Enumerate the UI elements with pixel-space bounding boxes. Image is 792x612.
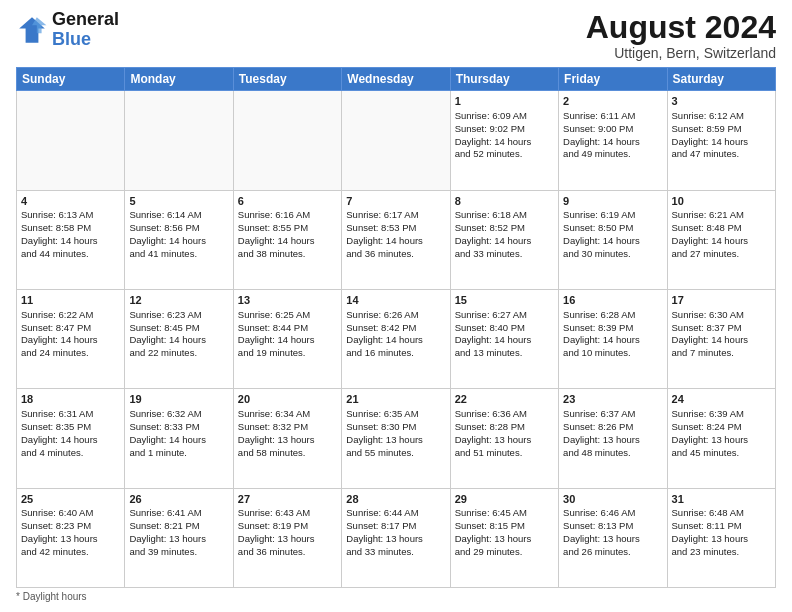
day-number: 28 (346, 492, 445, 507)
day-number: 27 (238, 492, 337, 507)
calendar-day-cell: 3Sunrise: 6:12 AM Sunset: 8:59 PM Daylig… (667, 91, 775, 190)
day-info: Sunrise: 6:16 AM Sunset: 8:55 PM Dayligh… (238, 209, 337, 260)
calendar-day-cell: 4Sunrise: 6:13 AM Sunset: 8:58 PM Daylig… (17, 190, 125, 289)
calendar-day-header: Saturday (667, 68, 775, 91)
calendar-week-row: 4Sunrise: 6:13 AM Sunset: 8:58 PM Daylig… (17, 190, 776, 289)
calendar-day-cell (17, 91, 125, 190)
day-number: 10 (672, 194, 771, 209)
day-number: 2 (563, 94, 662, 109)
day-number: 6 (238, 194, 337, 209)
header: General Blue August 2024 Uttigen, Bern, … (16, 10, 776, 61)
day-number: 9 (563, 194, 662, 209)
calendar-week-row: 11Sunrise: 6:22 AM Sunset: 8:47 PM Dayli… (17, 289, 776, 388)
day-info: Sunrise: 6:13 AM Sunset: 8:58 PM Dayligh… (21, 209, 120, 260)
day-number: 21 (346, 392, 445, 407)
calendar-day-cell: 31Sunrise: 6:48 AM Sunset: 8:11 PM Dayli… (667, 488, 775, 587)
calendar-week-row: 25Sunrise: 6:40 AM Sunset: 8:23 PM Dayli… (17, 488, 776, 587)
legend-label: Daylight hours (23, 591, 87, 602)
calendar-day-cell: 16Sunrise: 6:28 AM Sunset: 8:39 PM Dayli… (559, 289, 667, 388)
logo-icon (16, 14, 48, 46)
calendar-day-header: Wednesday (342, 68, 450, 91)
day-number: 20 (238, 392, 337, 407)
day-info: Sunrise: 6:40 AM Sunset: 8:23 PM Dayligh… (21, 507, 120, 558)
day-info: Sunrise: 6:14 AM Sunset: 8:56 PM Dayligh… (129, 209, 228, 260)
day-number: 12 (129, 293, 228, 308)
calendar-day-cell (342, 91, 450, 190)
day-number: 8 (455, 194, 554, 209)
calendar-day-cell: 8Sunrise: 6:18 AM Sunset: 8:52 PM Daylig… (450, 190, 558, 289)
calendar-day-cell: 2Sunrise: 6:11 AM Sunset: 9:00 PM Daylig… (559, 91, 667, 190)
calendar-day-cell: 12Sunrise: 6:23 AM Sunset: 8:45 PM Dayli… (125, 289, 233, 388)
calendar-day-header: Friday (559, 68, 667, 91)
day-info: Sunrise: 6:25 AM Sunset: 8:44 PM Dayligh… (238, 309, 337, 360)
calendar-day-cell: 18Sunrise: 6:31 AM Sunset: 8:35 PM Dayli… (17, 389, 125, 488)
day-number: 17 (672, 293, 771, 308)
calendar-day-cell: 30Sunrise: 6:46 AM Sunset: 8:13 PM Dayli… (559, 488, 667, 587)
day-info: Sunrise: 6:17 AM Sunset: 8:53 PM Dayligh… (346, 209, 445, 260)
calendar-week-row: 18Sunrise: 6:31 AM Sunset: 8:35 PM Dayli… (17, 389, 776, 488)
day-info: Sunrise: 6:19 AM Sunset: 8:50 PM Dayligh… (563, 209, 662, 260)
day-info: Sunrise: 6:23 AM Sunset: 8:45 PM Dayligh… (129, 309, 228, 360)
day-number: 3 (672, 94, 771, 109)
calendar-day-cell: 7Sunrise: 6:17 AM Sunset: 8:53 PM Daylig… (342, 190, 450, 289)
day-info: Sunrise: 6:28 AM Sunset: 8:39 PM Dayligh… (563, 309, 662, 360)
day-number: 16 (563, 293, 662, 308)
calendar-day-header: Sunday (17, 68, 125, 91)
day-info: Sunrise: 6:34 AM Sunset: 8:32 PM Dayligh… (238, 408, 337, 459)
day-info: Sunrise: 6:18 AM Sunset: 8:52 PM Dayligh… (455, 209, 554, 260)
day-info: Sunrise: 6:46 AM Sunset: 8:13 PM Dayligh… (563, 507, 662, 558)
calendar-week-row: 1Sunrise: 6:09 AM Sunset: 9:02 PM Daylig… (17, 91, 776, 190)
day-number: 23 (563, 392, 662, 407)
day-info: Sunrise: 6:45 AM Sunset: 8:15 PM Dayligh… (455, 507, 554, 558)
day-number: 11 (21, 293, 120, 308)
day-info: Sunrise: 6:35 AM Sunset: 8:30 PM Dayligh… (346, 408, 445, 459)
day-info: Sunrise: 6:22 AM Sunset: 8:47 PM Dayligh… (21, 309, 120, 360)
calendar-day-cell: 22Sunrise: 6:36 AM Sunset: 8:28 PM Dayli… (450, 389, 558, 488)
location-subtitle: Uttigen, Bern, Switzerland (586, 45, 776, 61)
calendar-day-cell: 9Sunrise: 6:19 AM Sunset: 8:50 PM Daylig… (559, 190, 667, 289)
page: General Blue August 2024 Uttigen, Bern, … (0, 0, 792, 612)
calendar-day-cell: 24Sunrise: 6:39 AM Sunset: 8:24 PM Dayli… (667, 389, 775, 488)
day-info: Sunrise: 6:32 AM Sunset: 8:33 PM Dayligh… (129, 408, 228, 459)
day-info: Sunrise: 6:44 AM Sunset: 8:17 PM Dayligh… (346, 507, 445, 558)
calendar-day-cell: 23Sunrise: 6:37 AM Sunset: 8:26 PM Dayli… (559, 389, 667, 488)
logo-text: General Blue (52, 10, 119, 50)
calendar-day-cell: 6Sunrise: 6:16 AM Sunset: 8:55 PM Daylig… (233, 190, 341, 289)
calendar-day-cell: 11Sunrise: 6:22 AM Sunset: 8:47 PM Dayli… (17, 289, 125, 388)
logo: General Blue (16, 10, 119, 50)
calendar-day-header: Tuesday (233, 68, 341, 91)
day-info: Sunrise: 6:36 AM Sunset: 8:28 PM Dayligh… (455, 408, 554, 459)
calendar-day-header: Thursday (450, 68, 558, 91)
calendar-day-cell: 13Sunrise: 6:25 AM Sunset: 8:44 PM Dayli… (233, 289, 341, 388)
calendar-day-cell (125, 91, 233, 190)
calendar-day-cell (233, 91, 341, 190)
calendar-day-cell: 14Sunrise: 6:26 AM Sunset: 8:42 PM Dayli… (342, 289, 450, 388)
day-info: Sunrise: 6:41 AM Sunset: 8:21 PM Dayligh… (129, 507, 228, 558)
day-number: 19 (129, 392, 228, 407)
day-number: 14 (346, 293, 445, 308)
day-number: 5 (129, 194, 228, 209)
title-block: August 2024 Uttigen, Bern, Switzerland (586, 10, 776, 61)
calendar-day-cell: 26Sunrise: 6:41 AM Sunset: 8:21 PM Dayli… (125, 488, 233, 587)
day-info: Sunrise: 6:48 AM Sunset: 8:11 PM Dayligh… (672, 507, 771, 558)
calendar-table: SundayMondayTuesdayWednesdayThursdayFrid… (16, 67, 776, 588)
day-info: Sunrise: 6:11 AM Sunset: 9:00 PM Dayligh… (563, 110, 662, 161)
day-info: Sunrise: 6:37 AM Sunset: 8:26 PM Dayligh… (563, 408, 662, 459)
day-number: 29 (455, 492, 554, 507)
calendar-day-cell: 19Sunrise: 6:32 AM Sunset: 8:33 PM Dayli… (125, 389, 233, 488)
day-number: 31 (672, 492, 771, 507)
day-info: Sunrise: 6:31 AM Sunset: 8:35 PM Dayligh… (21, 408, 120, 459)
day-number: 24 (672, 392, 771, 407)
calendar-day-cell: 10Sunrise: 6:21 AM Sunset: 8:48 PM Dayli… (667, 190, 775, 289)
calendar-day-cell: 28Sunrise: 6:44 AM Sunset: 8:17 PM Dayli… (342, 488, 450, 587)
day-number: 7 (346, 194, 445, 209)
day-info: Sunrise: 6:26 AM Sunset: 8:42 PM Dayligh… (346, 309, 445, 360)
day-number: 4 (21, 194, 120, 209)
day-number: 1 (455, 94, 554, 109)
calendar-day-cell: 5Sunrise: 6:14 AM Sunset: 8:56 PM Daylig… (125, 190, 233, 289)
calendar-day-cell: 27Sunrise: 6:43 AM Sunset: 8:19 PM Dayli… (233, 488, 341, 587)
day-info: Sunrise: 6:27 AM Sunset: 8:40 PM Dayligh… (455, 309, 554, 360)
calendar-header-row: SundayMondayTuesdayWednesdayThursdayFrid… (17, 68, 776, 91)
calendar-day-cell: 17Sunrise: 6:30 AM Sunset: 8:37 PM Dayli… (667, 289, 775, 388)
day-info: Sunrise: 6:43 AM Sunset: 8:19 PM Dayligh… (238, 507, 337, 558)
